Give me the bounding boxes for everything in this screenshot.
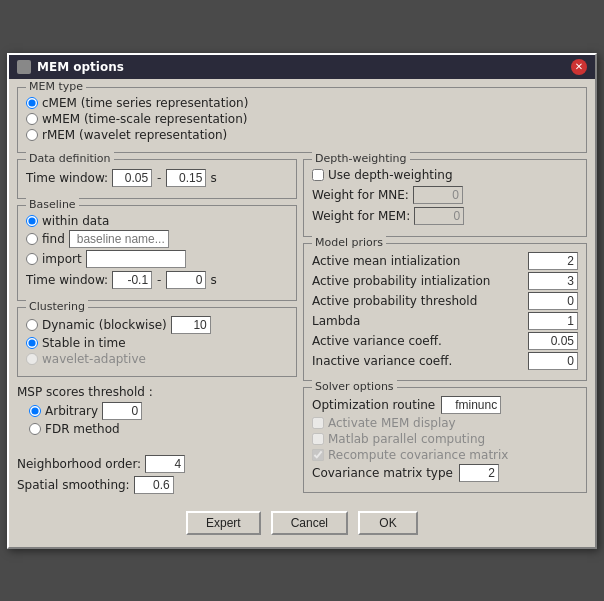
stable-radio[interactable] [26,337,38,349]
solver-options-group: Solver options Optimization routine Acti… [303,387,587,493]
title-bar-left: MEM options [17,60,124,74]
neighborhood-order-label: Neighborhood order: [17,457,141,471]
neighborhood-order-input[interactable] [145,455,185,473]
close-button[interactable]: ✕ [571,59,587,75]
dynamic-radio[interactable] [26,319,38,331]
priors-input-5[interactable] [528,352,578,370]
dynamic-option: Dynamic (blockwise) [26,316,288,334]
weight-mem-row: Weight for MEM: [312,207,578,225]
matlab-parallel-row: Matlab parallel computing [312,432,578,446]
activate-mem-label: Activate MEM display [328,416,456,430]
right-column: Depth-weighting Use depth-weighting Weig… [303,159,587,499]
depth-weighting-label: Depth-weighting [312,152,410,165]
baseline-group: Baseline within data find import [17,205,297,301]
wMEM-option: wMEM (time-scale representation) [26,112,578,126]
data-time-end-input[interactable] [166,169,206,187]
fdr-label: FDR method [45,422,120,436]
priors-input-3[interactable] [528,312,578,330]
rMEM-radio[interactable] [26,129,38,141]
msp-section: MSP scores threshold : Arbitrary FDR met… [17,383,297,440]
data-time-sep: - [156,171,162,185]
wMEM-radio[interactable] [26,113,38,125]
bottom-buttons: Expert Cancel OK [17,505,587,539]
priors-row-2: Active probability threshold [312,292,578,310]
title-bar: MEM options ✕ [9,55,595,79]
find-baseline-option: find [26,230,288,248]
arbitrary-radio[interactable] [29,405,41,417]
dialog-icon [17,60,31,74]
within-data-label: within data [42,214,109,228]
dynamic-value-input[interactable] [171,316,211,334]
model-priors-group: Model priors Active mean intialization A… [303,243,587,381]
dynamic-label: Dynamic (blockwise) [42,318,167,332]
import-baseline-input[interactable] [86,250,186,268]
priors-row-1: Active probability intialization [312,272,578,290]
spatial-smoothing-row: Spatial smoothing: [17,476,297,494]
fdr-option: FDR method [17,422,297,436]
optimization-input[interactable] [441,396,501,414]
cMEM-radio[interactable] [26,97,38,109]
dialog-body: MEM type cMEM (time series representatio… [9,79,595,547]
model-priors-label: Model priors [312,236,386,249]
use-depth-weighting-row: Use depth-weighting [312,168,578,182]
recompute-covariance-row: Recompute covariance matrix [312,448,578,462]
ok-button[interactable]: OK [358,511,418,535]
weight-mne-input[interactable] [413,186,463,204]
within-data-option: within data [26,214,288,228]
wMEM-label: wMEM (time-scale representation) [42,112,247,126]
covariance-type-input[interactable] [459,464,499,482]
priors-label-0: Active mean intialization [312,254,460,268]
matlab-parallel-checkbox[interactable] [312,433,324,445]
mem-type-label: MEM type [26,80,86,93]
rMEM-option: rMEM (wavelet representation) [26,128,578,142]
priors-input-1[interactable] [528,272,578,290]
baseline-label: Baseline [26,198,79,211]
optimization-row: Optimization routine [312,396,578,414]
data-definition-group: Data definition Time window: - s [17,159,297,199]
arbitrary-label: Arbitrary [45,404,98,418]
baseline-time-sep: - [156,273,162,287]
mem-options-dialog: MEM options ✕ MEM type cMEM (time series… [7,53,597,549]
mem-type-group: MEM type cMEM (time series representatio… [17,87,587,153]
baseline-time-end-input[interactable] [166,271,206,289]
baseline-time-start-input[interactable] [112,271,152,289]
baseline-time-window-label: Time window: [26,273,108,287]
priors-row-5: Inactive variance coeff. [312,352,578,370]
priors-input-2[interactable] [528,292,578,310]
data-time-window-label: Time window: [26,171,108,185]
priors-input-4[interactable] [528,332,578,350]
expert-button[interactable]: Expert [186,511,261,535]
weight-mem-input[interactable] [414,207,464,225]
import-baseline-option: import [26,250,288,268]
solver-options-label: Solver options [312,380,397,393]
find-baseline-input[interactable] [69,230,169,248]
cMEM-label: cMEM (time series representation) [42,96,248,110]
use-depth-weighting-checkbox[interactable] [312,169,324,181]
within-data-radio[interactable] [26,215,38,227]
recompute-covariance-checkbox[interactable] [312,449,324,461]
spatial-smoothing-label: Spatial smoothing: [17,478,130,492]
covariance-type-label: Covariance matrix type [312,466,453,480]
stable-option: Stable in time [26,336,288,350]
depth-weighting-group: Depth-weighting Use depth-weighting Weig… [303,159,587,237]
activate-mem-checkbox[interactable] [312,417,324,429]
data-definition-label: Data definition [26,152,114,165]
wavelet-label: wavelet-adaptive [42,352,146,366]
spatial-smoothing-input[interactable] [134,476,174,494]
baseline-time-window-row: Time window: - s [26,271,288,289]
wavelet-radio[interactable] [26,353,38,365]
fdr-radio[interactable] [29,423,41,435]
find-baseline-radio[interactable] [26,233,38,245]
optimization-label: Optimization routine [312,398,435,412]
arbitrary-value-input[interactable] [102,402,142,420]
cancel-button[interactable]: Cancel [271,511,348,535]
cMEM-option: cMEM (time series representation) [26,96,578,110]
priors-row-3: Lambda [312,312,578,330]
data-time-start-input[interactable] [112,169,152,187]
priors-label-3: Lambda [312,314,360,328]
clustering-label: Clustering [26,300,88,313]
priors-row-4: Active variance coeff. [312,332,578,350]
priors-input-0[interactable] [528,252,578,270]
data-time-unit: s [210,171,216,185]
import-baseline-radio[interactable] [26,253,38,265]
